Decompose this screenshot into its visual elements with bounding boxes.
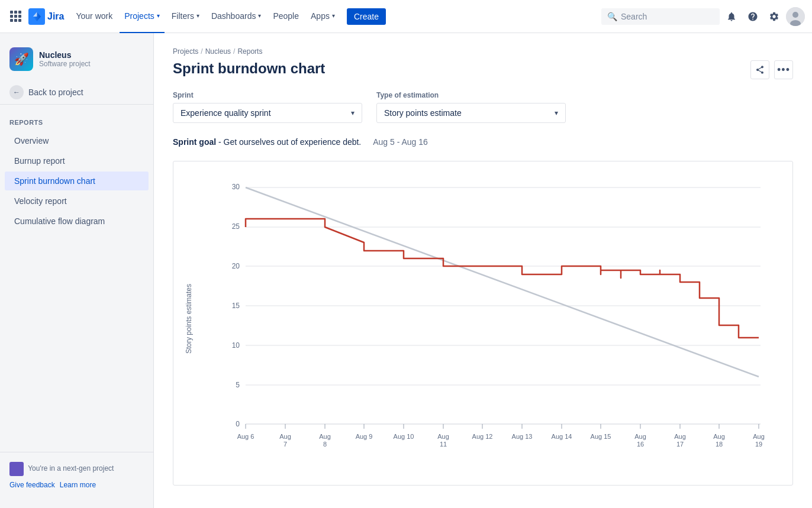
sprint-select-chevron-icon: ▾ bbox=[351, 109, 355, 117]
search-box[interactable]: 🔍 Search bbox=[601, 8, 720, 25]
svg-text:Aug: Aug bbox=[674, 433, 686, 440]
help-button[interactable] bbox=[743, 7, 762, 26]
sprint-label: Sprint bbox=[173, 91, 362, 99]
estimation-select-chevron-icon: ▾ bbox=[555, 109, 558, 117]
breadcrumb: Projects / Nucleus / Reports bbox=[173, 47, 793, 56]
chart-wrapper: Story points estimates bbox=[183, 176, 783, 461]
main-content: Projects / Nucleus / Reports Sprint burn… bbox=[154, 33, 812, 508]
sidebar: 🚀 Nucleus Software project ← Back to pro… bbox=[0, 33, 154, 508]
avatar-image bbox=[786, 7, 805, 26]
nav-people[interactable]: People bbox=[268, 0, 304, 33]
sprint-goal-text: - Get ourselves out of experience debt. bbox=[218, 137, 361, 147]
sprint-select[interactable]: Experience quality sprint ▾ bbox=[173, 103, 362, 123]
svg-text:16: 16 bbox=[637, 441, 644, 448]
give-feedback-link[interactable]: Give feedback bbox=[9, 481, 55, 489]
estimation-filter-group: Type of estimation Story points estimate… bbox=[376, 91, 566, 123]
settings-button[interactable] bbox=[765, 7, 784, 26]
svg-text:Aug: Aug bbox=[753, 433, 765, 440]
svg-text:Aug 14: Aug 14 bbox=[552, 433, 572, 440]
svg-text:20: 20 bbox=[232, 262, 240, 270]
project-name: Nucleus bbox=[39, 50, 91, 60]
svg-text:Aug: Aug bbox=[713, 433, 725, 440]
svg-text:18: 18 bbox=[716, 441, 723, 448]
jira-text: Jira bbox=[47, 11, 64, 22]
back-to-project-button[interactable]: ← Back to project bbox=[0, 80, 153, 105]
svg-text:0: 0 bbox=[236, 420, 240, 428]
help-icon bbox=[747, 11, 758, 22]
sprint-goal-prefix: Sprint goal bbox=[173, 137, 216, 147]
svg-text:Aug: Aug bbox=[437, 433, 449, 440]
sidebar-item-velocity[interactable]: Velocity report bbox=[5, 192, 149, 211]
svg-text:10: 10 bbox=[232, 341, 240, 350]
more-options-button[interactable]: ••• bbox=[774, 60, 793, 79]
svg-text:8: 8 bbox=[323, 441, 327, 448]
chart-container: Story points estimates bbox=[173, 161, 793, 486]
sidebar-bottom: You're in a next-gen project Give feedba… bbox=[0, 452, 153, 499]
share-button[interactable] bbox=[750, 60, 769, 79]
share-icon bbox=[755, 65, 765, 75]
nav-projects[interactable]: Projects ▾ bbox=[120, 0, 165, 33]
estimation-select[interactable]: Story points estimate ▾ bbox=[376, 103, 566, 123]
actual-line bbox=[246, 219, 759, 338]
breadcrumb-nucleus[interactable]: Nucleus bbox=[205, 47, 231, 56]
svg-text:Aug: Aug bbox=[279, 433, 291, 440]
next-gen-icon bbox=[9, 462, 24, 476]
settings-icon bbox=[769, 11, 779, 22]
breadcrumb-projects[interactable]: Projects bbox=[173, 47, 198, 56]
avatar[interactable] bbox=[786, 7, 805, 26]
bell-icon bbox=[726, 11, 737, 22]
jira-logo[interactable]: Jira bbox=[28, 8, 64, 25]
chart-area: 0 5 10 15 20 25 30 bbox=[199, 176, 783, 461]
page-header: Sprint burndown chart ••• bbox=[173, 60, 793, 91]
breadcrumb-sep-2: / bbox=[233, 47, 235, 56]
svg-text:Aug 13: Aug 13 bbox=[512, 433, 533, 440]
nav-filters[interactable]: Filters ▾ bbox=[167, 0, 204, 33]
dashboards-chevron-icon: ▾ bbox=[258, 12, 261, 19]
create-button[interactable]: Create bbox=[347, 8, 386, 25]
svg-text:19: 19 bbox=[755, 441, 762, 448]
svg-text:Aug: Aug bbox=[319, 433, 331, 440]
y-axis-label: Story points estimates bbox=[183, 176, 195, 461]
filters-row: Sprint Experience quality sprint ▾ Type … bbox=[173, 91, 793, 123]
sidebar-item-sprint-burndown[interactable]: Sprint burndown chart bbox=[5, 172, 149, 190]
filters-chevron-icon: ▾ bbox=[196, 12, 199, 19]
sprint-filter-group: Sprint Experience quality sprint ▾ bbox=[173, 91, 362, 123]
learn-more-link[interactable]: Learn more bbox=[60, 481, 96, 489]
header-actions: ••• bbox=[750, 60, 793, 79]
more-icon: ••• bbox=[777, 64, 790, 76]
main-layout: 🚀 Nucleus Software project ← Back to pro… bbox=[0, 33, 812, 508]
app-grid-button[interactable] bbox=[7, 8, 24, 25]
svg-text:Aug 6: Aug 6 bbox=[237, 433, 254, 440]
sprint-dates: Aug 5 - Aug 16 bbox=[373, 137, 428, 147]
apps-chevron-icon: ▾ bbox=[332, 12, 335, 19]
burndown-chart-svg: 0 5 10 15 20 25 30 bbox=[199, 176, 783, 460]
project-header: 🚀 Nucleus Software project bbox=[0, 43, 153, 80]
estimation-select-value: Story points estimate bbox=[384, 108, 462, 118]
back-label: Back to project bbox=[28, 88, 83, 97]
nav-dashboards[interactable]: Dashboards ▾ bbox=[207, 0, 266, 33]
svg-point-2 bbox=[792, 12, 798, 18]
nav-apps[interactable]: Apps ▾ bbox=[306, 0, 340, 33]
search-placeholder: Search bbox=[621, 12, 647, 21]
estimation-label: Type of estimation bbox=[376, 91, 566, 99]
top-navigation: Jira Your work Projects ▾ Filters ▾ Dash… bbox=[0, 0, 812, 33]
page-title: Sprint burndown chart bbox=[173, 60, 325, 77]
projects-chevron-icon: ▾ bbox=[157, 12, 160, 19]
svg-text:Aug: Aug bbox=[634, 433, 646, 440]
svg-text:5: 5 bbox=[236, 381, 240, 389]
svg-text:11: 11 bbox=[440, 441, 447, 448]
sidebar-item-overview[interactable]: Overview bbox=[5, 131, 149, 150]
svg-text:Aug 9: Aug 9 bbox=[356, 433, 373, 440]
next-gen-text: You're in a next-gen project bbox=[9, 462, 144, 476]
sidebar-item-burnup[interactable]: Burnup report bbox=[5, 151, 149, 170]
svg-text:Aug 10: Aug 10 bbox=[394, 433, 414, 440]
sidebar-item-cumulative[interactable]: Cumulative flow diagram bbox=[5, 212, 149, 231]
search-icon: 🔍 bbox=[607, 12, 617, 21]
back-arrow-icon: ← bbox=[9, 85, 24, 99]
sidebar-links: Give feedback Learn more bbox=[9, 481, 144, 489]
breadcrumb-reports[interactable]: Reports bbox=[237, 47, 262, 56]
nav-your-work[interactable]: Your work bbox=[71, 0, 117, 33]
notifications-button[interactable] bbox=[722, 7, 741, 26]
svg-text:25: 25 bbox=[232, 222, 240, 231]
project-info: Nucleus Software project bbox=[39, 50, 91, 68]
